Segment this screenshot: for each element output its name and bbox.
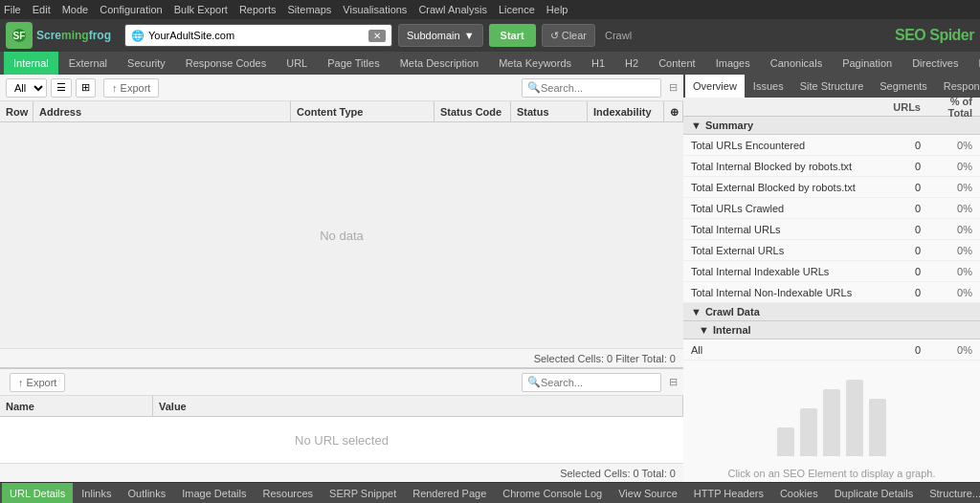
tab-canonicals[interactable]: Canonicals <box>761 52 832 75</box>
bottom-tab-structure[interactable]: Structure... <box>922 483 980 504</box>
summary-collapse-icon[interactable]: ▼ <box>691 120 702 131</box>
bottom-tab-view-source[interactable]: View Source <box>611 483 685 504</box>
tab-external[interactable]: External <box>59 52 117 75</box>
overview-row-5: Total External URLs 0 0% <box>683 240 980 261</box>
overview-row-1-pct: 0% <box>924 161 972 172</box>
right-tab-segments[interactable]: Segments <box>872 75 935 98</box>
bottom-tab-chrome-console[interactable]: Chrome Console Log <box>495 483 610 504</box>
menu-edit[interactable]: Edit <box>33 4 51 15</box>
overview-row-7-pct: 0% <box>924 287 972 298</box>
bottom-tab-inlinks[interactable]: Inlinks <box>74 483 119 504</box>
overview-row-3-label: Total URLs Crawled <box>691 203 886 214</box>
url-input[interactable] <box>148 30 365 41</box>
menu-configuration[interactable]: Configuration <box>100 4 162 15</box>
right-tab-overview[interactable]: Overview <box>685 75 745 98</box>
bottom-tab-outlinks[interactable]: Outlinks <box>120 483 173 504</box>
tab-bar: Internal External Security Response Code… <box>0 52 980 75</box>
menu-mode[interactable]: Mode <box>62 4 89 15</box>
tab-pagination[interactable]: Pagination <box>833 52 902 75</box>
right-tab-site-structure[interactable]: Site Structure <box>792 75 872 98</box>
tab-security[interactable]: Security <box>118 52 175 75</box>
tab-page-titles[interactable]: Page Titles <box>318 52 389 75</box>
upper-status-bar: Selected Cells: 0 Filter Total: 0 <box>0 348 683 367</box>
start-button[interactable]: Start <box>489 24 536 47</box>
grid-view-button[interactable]: ⊞ <box>76 78 96 98</box>
overview-row-4: Total Internal URLs 0 0% <box>683 219 980 240</box>
bottom-tab-resources[interactable]: Resources <box>255 483 321 504</box>
internal-row-all-label: All <box>691 344 886 356</box>
bottom-tab-duplicate-details[interactable]: Duplicate Details <box>827 483 922 504</box>
tab-content[interactable]: Content <box>649 52 705 75</box>
bottom-tab-cookies[interactable]: Cookies <box>772 483 826 504</box>
upper-search-box: 🔍 <box>522 78 661 98</box>
lower-search-input[interactable] <box>541 377 656 388</box>
bottom-tabs: URL Details Inlinks Outlinks Image Detai… <box>0 482 980 503</box>
col-options[interactable]: ⊕ <box>664 101 683 122</box>
tab-hreflang[interactable]: Hreflang <box>969 52 980 75</box>
seo-spider-logo: SEO Spider <box>895 27 974 44</box>
overview-row-5-label: Total External URLs <box>691 245 886 256</box>
menu-sitemaps[interactable]: Sitemaps <box>287 4 331 15</box>
overview-row-0-val: 0 <box>886 140 924 151</box>
bottom-tab-serp-snippet[interactable]: SERP Snippet <box>322 483 404 504</box>
lower-table-header: Name Value <box>0 396 683 417</box>
bottom-tab-image-details[interactable]: Image Details <box>174 483 254 504</box>
clear-button[interactable]: ↺ Clear <box>542 24 595 47</box>
menu-bulk-export[interactable]: Bulk Export <box>174 4 228 15</box>
menu-help[interactable]: Help <box>546 4 568 15</box>
upper-search-input[interactable] <box>541 82 656 94</box>
tab-h1[interactable]: H1 <box>582 52 614 75</box>
overview-row-4-val: 0 <box>886 224 924 235</box>
menu-reports[interactable]: Reports <box>239 4 277 15</box>
lower-sub-toolbar: ↑ Export 🔍 ⊟ <box>0 369 683 396</box>
menu-file[interactable]: File <box>4 4 21 15</box>
overview-row-1: Total Internal Blocked by robots.txt 0 0… <box>683 156 980 177</box>
overview-row-4-label: Total Internal URLs <box>691 224 886 235</box>
list-view-button[interactable]: ☰ <box>51 78 72 98</box>
chart-placeholder <box>777 380 886 456</box>
menu-licence[interactable]: Licence <box>499 4 535 15</box>
overview-header-urls: URLs <box>886 101 924 113</box>
filter-select[interactable]: All <box>6 78 47 98</box>
overview-header-pct: % of Total <box>924 98 972 119</box>
lower-search-box: 🔍 <box>522 373 661 392</box>
overview-row-0-label: Total URLs Encountered <box>691 140 886 151</box>
menu-crawl-analysis[interactable]: Crawl Analysis <box>418 4 487 15</box>
lower-filter-icon[interactable]: ⊟ <box>669 376 678 388</box>
tab-internal[interactable]: Internal <box>4 52 58 75</box>
menu-bar: File Edit Mode Configuration Bulk Export… <box>0 0 980 19</box>
tab-h2[interactable]: H2 <box>615 52 648 75</box>
overview-row-2-pct: 0% <box>924 182 972 193</box>
tab-meta-description[interactable]: Meta Description <box>390 52 489 75</box>
chart-caption: Click on an SEO Element to display a gra… <box>727 468 935 479</box>
internal-row-all: All 0 0% <box>683 339 980 361</box>
tab-images[interactable]: Images <box>706 52 760 75</box>
col-status-code: Status Code <box>434 101 511 122</box>
right-tab-response-times[interactable]: Response Times <box>936 75 980 98</box>
tab-meta-keywords[interactable]: Meta Keywords <box>489 52 581 75</box>
right-tab-issues[interactable]: Issues <box>746 75 791 98</box>
overview-row-4-pct: 0% <box>924 224 972 235</box>
crawl-data-label: Crawl Data <box>705 306 760 317</box>
bottom-tab-rendered-page[interactable]: Rendered Page <box>405 483 494 504</box>
search-icon: 🔍 <box>527 81 541 94</box>
main-content: All ☰ ⊞ ↑ Export 🔍 ⊟ Row Address Content… <box>0 75 980 482</box>
tab-directives[interactable]: Directives <box>902 52 968 75</box>
lower-status-bar: Selected Cells: 0 Total: 0 <box>0 463 683 482</box>
svg-text:SF: SF <box>13 31 26 41</box>
menu-visualisations[interactable]: Visualisations <box>343 4 407 15</box>
bottom-tab-url-details[interactable]: URL Details <box>2 483 73 504</box>
overview-row-1-val: 0 <box>886 161 924 172</box>
bottom-tab-http-headers[interactable]: HTTP Headers <box>686 483 771 504</box>
lower-left-panel: ↑ Export 🔍 ⊟ Name Value No URL selected … <box>0 367 683 482</box>
export-button[interactable]: ↑ Export <box>103 78 159 98</box>
crawl-data-collapse-icon[interactable]: ▼ <box>691 306 702 317</box>
subdomain-button[interactable]: Subdomain ▼ <box>398 24 483 47</box>
tab-response-codes[interactable]: Response Codes <box>176 52 276 75</box>
filter-options-icon[interactable]: ⊟ <box>669 81 678 94</box>
tab-url[interactable]: URL <box>277 52 317 75</box>
screaming-frog-icon: SF <box>11 27 28 44</box>
lower-export-button[interactable]: ↑ Export <box>10 373 65 392</box>
internal-collapse-icon[interactable]: ▼ <box>699 324 709 336</box>
url-clear-button[interactable]: ✕ <box>368 30 386 42</box>
